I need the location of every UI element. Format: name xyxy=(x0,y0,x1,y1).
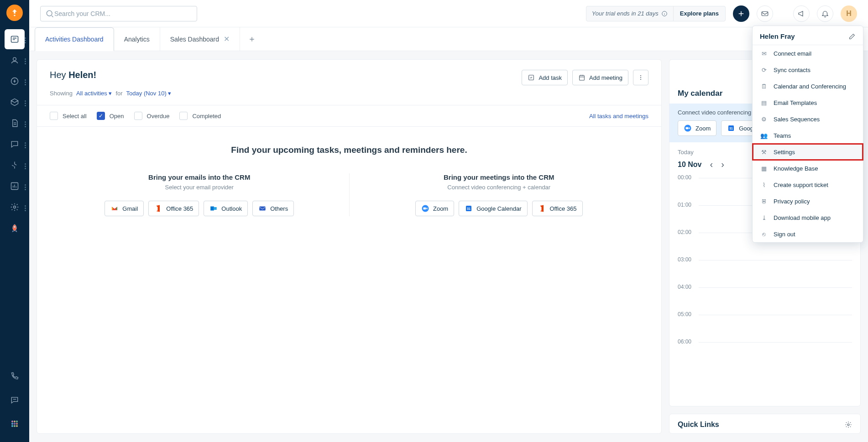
checkbox-label: Completed xyxy=(192,113,221,120)
others-button[interactable]: Others xyxy=(252,201,294,216)
zoom-button[interactable]: Zoom xyxy=(415,201,454,216)
dd-calendar-conferencing[interactable]: 🗓Calendar and Conferencing xyxy=(753,78,863,94)
svg-point-2 xyxy=(13,57,16,61)
outlook-icon xyxy=(209,204,218,213)
dd-sign-out[interactable]: ⎋Sign out xyxy=(753,226,863,242)
dd-email-templates[interactable]: ▤Email Templates xyxy=(753,94,863,111)
plus-icon xyxy=(737,10,745,18)
mail-button[interactable] xyxy=(757,5,773,22)
sidebar-item-reports[interactable] xyxy=(5,176,25,196)
dd-privacy-policy[interactable]: ⛨Privacy policy xyxy=(753,193,863,209)
sidebar-item-chat[interactable] xyxy=(5,390,25,410)
checkbox-label: Overdue xyxy=(147,113,170,120)
gear-icon[interactable] xyxy=(845,421,852,428)
gcal-button[interactable]: 31Google Calendar xyxy=(459,201,527,216)
dd-download-app[interactable]: ⤓Download mobile app xyxy=(753,209,863,226)
svg-point-7 xyxy=(11,421,13,422)
add-meeting-button[interactable]: Add meeting xyxy=(572,70,628,85)
dd-teams[interactable]: 👥Teams xyxy=(753,127,863,144)
overdue-checkbox[interactable]: Overdue xyxy=(134,112,170,120)
select-all-checkbox[interactable]: Select all xyxy=(50,112,87,120)
sidebar-item-settings[interactable] xyxy=(5,197,25,217)
search-input-wrap[interactable] xyxy=(40,6,197,21)
profile-dropdown: Helen Fray ✉Connect email ⟳Sync contacts… xyxy=(752,26,863,243)
mail-icon xyxy=(258,204,267,213)
svg-rect-26 xyxy=(259,207,266,211)
all-activities-dropdown[interactable]: All activities ▾ xyxy=(76,90,112,97)
add-task-button[interactable]: Add task xyxy=(522,70,568,85)
dd-settings[interactable]: ⚒Settings xyxy=(753,144,863,160)
dd-sales-sequences[interactable]: ⚙Sales Sequences xyxy=(753,111,863,127)
mail-icon: ✉ xyxy=(760,49,768,57)
sidebar-item-rocket[interactable] xyxy=(5,218,25,238)
sidebar-item-phone[interactable] xyxy=(5,366,25,386)
date-dropdown[interactable]: Today (Nov 10) ▾ xyxy=(126,90,172,97)
avatar[interactable]: H xyxy=(841,5,857,22)
notifications-button[interactable] xyxy=(817,5,833,22)
completed-checkbox[interactable]: Completed xyxy=(179,112,221,120)
sync-icon: ⟳ xyxy=(760,66,768,74)
svg-point-6 xyxy=(14,226,15,228)
sidebar xyxy=(0,0,29,442)
shield-icon: ⛨ xyxy=(760,197,768,205)
svg-text:31: 31 xyxy=(467,207,471,210)
svg-rect-20 xyxy=(580,75,585,80)
office365-email-button[interactable]: Office 365 xyxy=(148,201,199,216)
add-button[interactable] xyxy=(733,5,749,22)
close-icon[interactable]: ✕ xyxy=(224,35,230,43)
open-checkbox[interactable]: Open xyxy=(97,112,124,120)
gcal-icon: 31 xyxy=(727,124,735,132)
page-title: Hey Helen! xyxy=(50,70,96,80)
gmail-button[interactable]: Gmail xyxy=(105,201,144,216)
zoom-icon xyxy=(684,124,692,132)
dd-support-ticket[interactable]: ⌇Create support ticket xyxy=(753,177,863,193)
svg-point-13 xyxy=(11,425,13,426)
sidebar-item-documents[interactable] xyxy=(5,113,25,133)
dd-sync-contacts[interactable]: ⟳Sync contacts xyxy=(753,62,863,78)
explore-plans-button[interactable]: Explore plans xyxy=(673,6,725,21)
sidebar-item-activities[interactable] xyxy=(5,29,25,49)
svg-point-23 xyxy=(640,79,641,80)
svg-point-12 xyxy=(16,423,17,424)
dd-label: Settings xyxy=(774,149,795,156)
zoom-connect-button[interactable]: Zoom xyxy=(678,120,716,136)
time-slot: 05:00 xyxy=(678,311,852,338)
more-button[interactable] xyxy=(633,70,648,85)
sidebar-item-contacts[interactable] xyxy=(5,50,25,70)
tab-analytics[interactable]: Analytics xyxy=(114,27,160,51)
calendar-icon: 🗓 xyxy=(760,82,768,90)
office-icon xyxy=(154,204,162,213)
announcements-button[interactable] xyxy=(793,5,810,22)
dd-connect-email[interactable]: ✉Connect email xyxy=(753,45,863,62)
button-label: Zoom xyxy=(433,205,448,212)
template-icon: ▤ xyxy=(760,99,768,107)
calendar-next-button[interactable]: › xyxy=(721,159,724,170)
edit-icon[interactable] xyxy=(848,33,856,40)
calendar-prev-button[interactable]: ‹ xyxy=(710,159,713,170)
tab-sales-dashboard[interactable]: Sales Dashboard✕ xyxy=(160,27,240,51)
search-icon xyxy=(45,9,54,18)
app-logo[interactable] xyxy=(6,5,23,21)
office-icon xyxy=(538,204,546,213)
tab-add[interactable] xyxy=(240,27,264,51)
sidebar-item-automation[interactable] xyxy=(5,155,25,175)
task-icon xyxy=(528,74,535,81)
tab-activities-dashboard[interactable]: Activities Dashboard xyxy=(35,27,114,51)
all-tasks-link[interactable]: All tasks and meetings xyxy=(589,113,648,120)
checkbox-label: Select all xyxy=(63,113,87,120)
svg-point-5 xyxy=(14,206,16,208)
sidebar-item-products[interactable] xyxy=(5,92,25,112)
mail-icon xyxy=(761,10,769,18)
sidebar-item-deals[interactable] xyxy=(5,71,25,91)
svg-rect-1 xyxy=(11,36,18,42)
svg-point-0 xyxy=(14,15,15,16)
dd-knowledge-base[interactable]: ▦Knowledge Base xyxy=(753,160,863,177)
checkbox-label: Open xyxy=(110,113,124,120)
outlook-button[interactable]: Outlook xyxy=(204,201,248,216)
sidebar-item-conversations[interactable] xyxy=(5,134,25,154)
search-input[interactable] xyxy=(54,10,192,17)
svg-point-15 xyxy=(16,425,17,426)
section-title: Bring your emails into the CRM xyxy=(148,173,250,181)
office365-cal-button[interactable]: Office 365 xyxy=(532,201,583,216)
sidebar-item-apps[interactable] xyxy=(5,414,25,434)
